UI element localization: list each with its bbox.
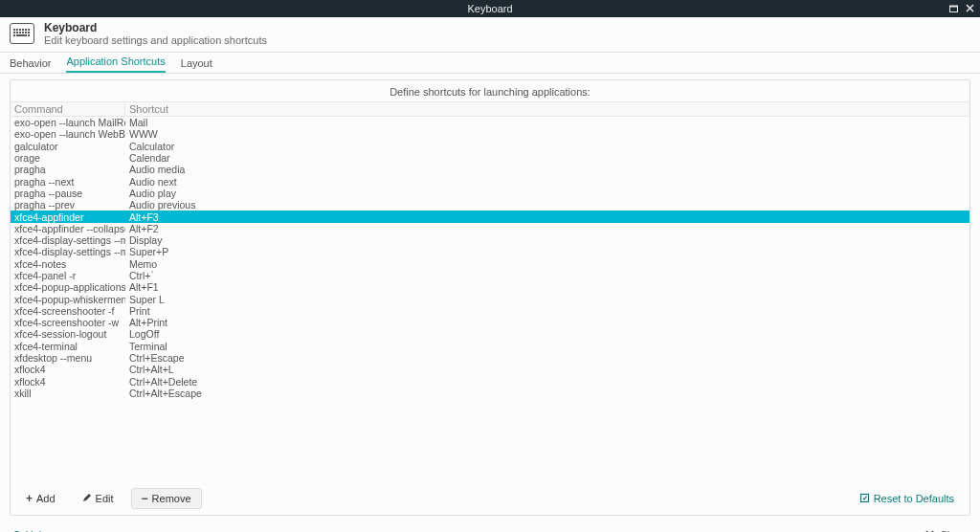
tabs: Behavior Application Shortcuts Layout bbox=[0, 53, 980, 74]
cell-command: xflock4 bbox=[11, 376, 125, 388]
cell-command: xfce4-display-settings --minimal bbox=[11, 246, 125, 257]
cell-shortcut: Audio previous bbox=[125, 199, 969, 211]
table-row[interactable]: xfce4-appfinder --collapsedAlt+F2 bbox=[11, 223, 969, 234]
table-row[interactable]: xfce4-screenshooter -wAlt+Print bbox=[11, 317, 969, 328]
cell-shortcut: Ctrl+Alt+Escape bbox=[125, 388, 969, 399]
cell-shortcut: Memo bbox=[125, 258, 969, 270]
svg-rect-15 bbox=[28, 32, 30, 33]
table-row[interactable]: pragha --prevAudio previous bbox=[11, 199, 969, 211]
svg-rect-17 bbox=[16, 34, 27, 36]
cell-command: pragha --pause bbox=[11, 188, 125, 199]
svg-rect-5 bbox=[16, 29, 18, 31]
table-row[interactable]: xfce4-notesMemo bbox=[11, 258, 969, 270]
shortcuts-table: Command Shortcut exo-open --launch MailR… bbox=[11, 101, 969, 482]
column-header-command[interactable]: Command bbox=[11, 103, 125, 115]
table-row[interactable]: pragha --pauseAudio play bbox=[11, 188, 969, 199]
maximize-icon[interactable] bbox=[949, 4, 958, 14]
titlebar: Keyboard bbox=[0, 0, 980, 17]
edit-button-label: Edit bbox=[96, 493, 114, 504]
svg-rect-9 bbox=[28, 29, 30, 31]
cell-command: xfce4-display-settings --minimal bbox=[11, 234, 125, 246]
header-text: Keyboard Edit keyboard settings and appl… bbox=[44, 21, 267, 46]
tab-application-shortcuts[interactable]: Application Shortcuts bbox=[66, 55, 165, 73]
table-row[interactable]: xflock4Ctrl+Alt+L bbox=[11, 364, 969, 375]
plus-icon: + bbox=[26, 493, 33, 504]
table-header: Command Shortcut bbox=[11, 101, 969, 117]
table-row[interactable]: xfce4-display-settings --minimalSuper+P bbox=[11, 246, 969, 257]
svg-rect-18 bbox=[28, 34, 30, 36]
cell-shortcut: Super L bbox=[125, 294, 969, 305]
svg-rect-4 bbox=[13, 29, 15, 31]
cell-command: xfdesktop --menu bbox=[11, 352, 125, 364]
window-title: Keyboard bbox=[467, 3, 512, 14]
reset-icon bbox=[859, 493, 870, 505]
table-row[interactable]: xfce4-panel -rCtrl+` bbox=[11, 270, 969, 281]
cell-command: xfce4-notes bbox=[11, 258, 125, 270]
page-header: Keyboard Edit keyboard settings and appl… bbox=[0, 17, 980, 53]
edit-button[interactable]: Edit bbox=[73, 489, 123, 508]
cell-shortcut: Audio next bbox=[125, 176, 969, 188]
keyboard-icon bbox=[10, 23, 34, 44]
cell-shortcut: Alt+Print bbox=[125, 317, 969, 328]
table-row[interactable]: exo-open --launch MailReaderMail bbox=[11, 117, 969, 128]
reset-button-label: Reset to Defaults bbox=[874, 493, 954, 504]
cell-command: orage bbox=[11, 152, 125, 164]
cell-shortcut: Calendar bbox=[125, 152, 969, 164]
cell-shortcut: Ctrl+Alt+Delete bbox=[125, 376, 969, 388]
svg-rect-10 bbox=[13, 32, 15, 33]
table-row[interactable]: xfce4-popup-applicationsmenuAlt+F1 bbox=[11, 281, 969, 293]
add-button-label: Add bbox=[36, 493, 56, 504]
cell-command: pragha bbox=[11, 164, 125, 175]
cell-command: exo-open --launch MailReader bbox=[11, 117, 125, 128]
reset-to-defaults-button[interactable]: Reset to Defaults bbox=[850, 489, 964, 509]
cell-shortcut: Calculator bbox=[125, 141, 969, 152]
tab-behavior[interactable]: Behavior bbox=[10, 57, 51, 73]
svg-rect-7 bbox=[22, 29, 24, 31]
cell-command: xfce4-session-logout bbox=[11, 328, 125, 340]
add-button[interactable]: + Add bbox=[16, 489, 65, 508]
table-row[interactable]: xfce4-session-logoutLogOff bbox=[11, 328, 969, 340]
table-row[interactable]: xfce4-display-settings --minimalDisplay bbox=[11, 234, 969, 246]
cell-command: xfce4-terminal bbox=[11, 341, 125, 352]
content-frame: Define shortcuts for launching applicati… bbox=[10, 79, 970, 516]
cell-command: pragha --next bbox=[11, 176, 125, 188]
svg-rect-11 bbox=[16, 32, 18, 33]
table-row[interactable]: xfdesktop --menuCtrl+Escape bbox=[11, 352, 969, 364]
cell-shortcut: Alt+F2 bbox=[125, 223, 969, 234]
table-row[interactable]: xfce4-appfinderAlt+F3 bbox=[11, 211, 969, 222]
table-row[interactable]: xfce4-popup-whiskermenuSuper L bbox=[11, 293, 969, 304]
pencil-icon bbox=[82, 493, 92, 504]
svg-rect-12 bbox=[19, 32, 21, 33]
svg-rect-16 bbox=[13, 34, 15, 36]
cell-shortcut: Alt+F3 bbox=[125, 211, 969, 223]
cell-command: xfce4-screenshooter -f bbox=[11, 305, 125, 317]
table-row[interactable]: xfce4-terminalTerminal bbox=[11, 341, 969, 352]
svg-rect-13 bbox=[22, 32, 24, 33]
cell-shortcut: Audio media bbox=[125, 164, 969, 175]
page-subtitle: Edit keyboard settings and application s… bbox=[44, 34, 267, 46]
minus-icon: − bbox=[142, 493, 148, 504]
svg-rect-14 bbox=[25, 32, 27, 33]
table-row[interactable]: xfce4-screenshooter -fPrint bbox=[11, 305, 969, 317]
cell-command: galculator bbox=[11, 141, 125, 152]
table-row[interactable]: xkillCtrl+Alt+Escape bbox=[11, 388, 969, 399]
table-row[interactable]: exo-open --launch WebBrowserWWW bbox=[11, 128, 969, 140]
footer: ? Help Close bbox=[0, 521, 980, 532]
toolbar: + Add Edit − Remove Reset to Defaults bbox=[11, 482, 969, 515]
cell-shortcut: Super+P bbox=[125, 246, 969, 257]
table-row[interactable]: praghaAudio media bbox=[11, 164, 969, 175]
cell-command: xfce4-screenshooter -w bbox=[11, 317, 125, 328]
table-body[interactable]: exo-open --launch MailReaderMailexo-open… bbox=[11, 117, 969, 482]
remove-button[interactable]: − Remove bbox=[131, 488, 202, 509]
cell-command: xfce4-popup-applicationsmenu bbox=[11, 281, 125, 293]
table-row[interactable]: xflock4Ctrl+Alt+Delete bbox=[11, 376, 969, 388]
tab-layout[interactable]: Layout bbox=[181, 57, 212, 73]
cell-shortcut: Ctrl+Alt+L bbox=[125, 364, 969, 375]
cell-shortcut: WWW bbox=[125, 128, 969, 140]
close-icon[interactable] bbox=[966, 4, 974, 14]
table-row[interactable]: pragha --nextAudio next bbox=[11, 175, 969, 187]
table-row[interactable]: galculatorCalculator bbox=[11, 141, 969, 152]
cell-command: xfce4-popup-whiskermenu bbox=[11, 294, 125, 305]
table-row[interactable]: orageCalendar bbox=[11, 152, 969, 164]
column-header-shortcut[interactable]: Shortcut bbox=[125, 103, 969, 115]
